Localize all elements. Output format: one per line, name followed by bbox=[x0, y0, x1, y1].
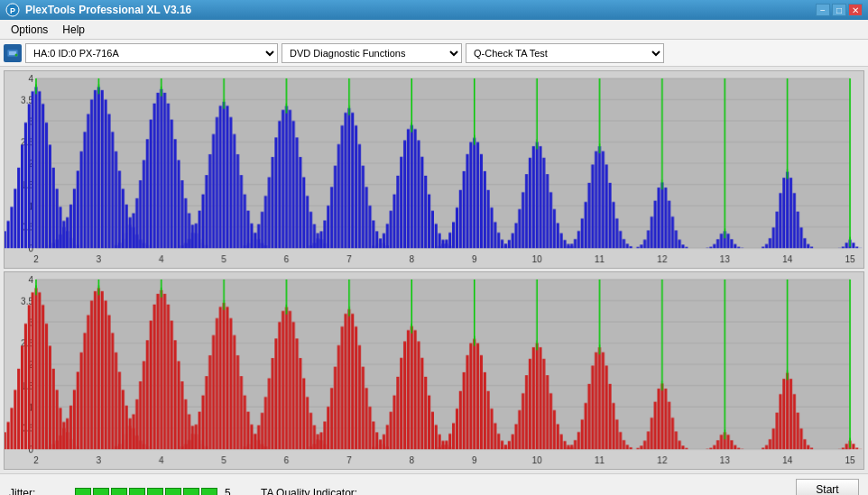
start-button[interactable]: Start bbox=[796, 479, 859, 496]
device-icon bbox=[4, 44, 22, 62]
ta-quality: TA Quality Indicator: Excellent bbox=[261, 487, 357, 496]
toolbar: HA:0 ID:0 PX-716A DVD Diagnostic Functio… bbox=[0, 40, 868, 67]
start-btn-area: Start i bbox=[796, 479, 859, 496]
title-bar: P PlexTools Professional XL V3.16 − □ ✕ bbox=[0, 0, 868, 20]
bottom-chart bbox=[5, 272, 863, 469]
drive-dropdown[interactable]: HA:0 ID:0 PX-716A bbox=[25, 43, 278, 63]
test-dropdown[interactable]: Q-Check TA Test bbox=[466, 43, 664, 63]
metric-bar-segment bbox=[201, 488, 217, 496]
close-button[interactable]: ✕ bbox=[848, 4, 863, 16]
bottom-panel: Jitter: 5 Peak Shift: 5 TA Quality Indic… bbox=[0, 473, 868, 495]
metrics-left: Jitter: 5 Peak Shift: 5 bbox=[9, 487, 243, 496]
device-selector: HA:0 ID:0 PX-716A bbox=[4, 43, 278, 63]
svg-point-4 bbox=[15, 53, 18, 56]
metric-bar-segment bbox=[129, 488, 145, 496]
metric-bar-segment bbox=[183, 488, 199, 496]
app-title: PlexTools Professional XL V3.16 bbox=[25, 4, 191, 16]
minimize-button[interactable]: − bbox=[816, 4, 830, 16]
jitter-bars bbox=[75, 488, 217, 496]
menu-help[interactable]: Help bbox=[55, 22, 92, 38]
svg-text:P: P bbox=[10, 6, 15, 15]
top-chart-container bbox=[4, 70, 864, 269]
app-icon: P bbox=[5, 3, 20, 17]
top-chart bbox=[5, 71, 863, 268]
ta-quality-label: TA Quality Indicator: bbox=[261, 487, 357, 496]
metric-bar-segment bbox=[111, 488, 127, 496]
jitter-label: Jitter: bbox=[9, 487, 68, 496]
main-content bbox=[0, 67, 868, 473]
jitter-value: 5 bbox=[225, 487, 243, 496]
menu-bar: Options Help bbox=[0, 20, 868, 40]
maximize-button[interactable]: □ bbox=[832, 4, 846, 16]
jitter-row: Jitter: 5 bbox=[9, 487, 243, 496]
metric-bar-segment bbox=[147, 488, 163, 496]
function-dropdown[interactable]: DVD Diagnostic Functions bbox=[282, 43, 462, 63]
metric-bar-segment bbox=[165, 488, 181, 496]
menu-options[interactable]: Options bbox=[4, 22, 55, 38]
metric-bar-segment bbox=[93, 488, 109, 496]
metric-bar-segment bbox=[75, 488, 91, 496]
bottom-chart-container bbox=[4, 271, 864, 470]
